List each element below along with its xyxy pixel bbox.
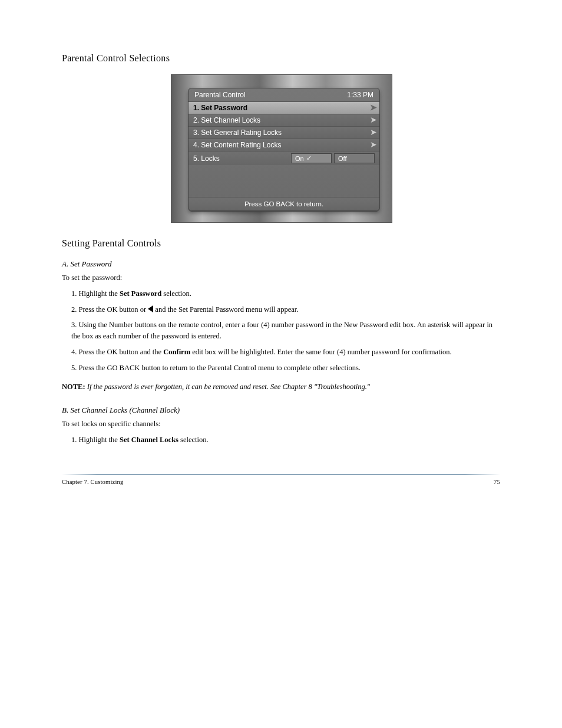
osd-item-num: 4. [193,141,199,149]
chevron-right-icon: ➤ [370,127,377,137]
osd-item-label: Set Password [201,104,247,112]
step-a-heading: A. Set Password [62,259,500,269]
osd-panel: Parental Control 1:33 PM 1. Set Password… [188,88,380,212]
step-b-heading: B. Set Channel Locks (Channel Block) [62,406,500,415]
note-body: If the password is ever forgotten, it ca… [85,383,370,391]
step-b-lead: To set locks on specific channels: [62,419,500,430]
osd-item-label: Locks [201,154,219,163]
tv-screenshot: Parental Control 1:33 PM 1. Set Password… [171,74,392,223]
toggle-on-label: On [295,155,304,162]
footer-rule [62,474,500,475]
section-heading-parental-control-selections: Parental Control Selections [62,53,500,64]
toggle-on[interactable]: On ✓ [291,153,332,163]
osd-item-locks-toggle[interactable]: 5. Locks On ✓ Off [189,151,379,165]
footer-page-number: 75 [494,479,500,485]
chevron-right-icon: ➤ [370,140,377,149]
step-b-1: 1. Highlight the Set Channel Locks selec… [62,434,500,446]
osd-item-num: 1. [193,104,199,112]
osd-footer-hint: Press GO BACK to return. [189,197,379,211]
step-a-1: 1. Highlight the Set Password selection. [62,288,500,299]
step-a-lead: To set the password: [62,272,500,284]
osd-item-num: 5. [193,154,199,163]
osd-item-label: Set Channel Locks [201,116,260,124]
osd-item-set-password[interactable]: 1. Set Password ➤ [189,102,379,114]
osd-item-num: 3. [193,129,199,137]
step-a-2: 2. Press the OK button or and the Set Pa… [62,304,500,315]
osd-item-label: Set Content Rating Locks [201,141,281,149]
chevron-right-icon: ➤ [370,103,377,112]
check-icon: ✓ [306,154,312,162]
note-block: NOTE: If the password is ever forgotten,… [62,381,500,393]
chevron-right-icon: ➤ [370,115,377,124]
step-a-5: 5. Press the GO BACK button to return to… [62,363,500,374]
osd-item-set-channel-locks[interactable]: 2. Set Channel Locks ➤ [189,114,379,127]
toggle-off[interactable]: Off [334,153,375,163]
osd-item-set-content-rating-locks[interactable]: 4. Set Content Rating Locks ➤ [189,139,379,151]
osd-clock: 1:33 PM [347,91,373,99]
footer-chapter: Chapter 7. Customizing [62,479,123,485]
note-label: NOTE: [62,383,85,391]
heading-setting-parental-controls: Setting Parental Controls [62,238,500,249]
osd-item-num: 2. [193,116,199,124]
toggle-off-label: Off [338,155,346,162]
osd-title: Parental Control [194,91,246,99]
figure-parental-control-osd: Parental Control 1:33 PM 1. Set Password… [171,74,391,223]
step-a-4: 4. Press the OK button and the Confirm e… [62,347,500,358]
step-a-3: 3. Using the Number buttons on the remot… [62,319,500,342]
osd-item-label: Set General Rating Locks [201,129,282,137]
arrow-left-icon [148,305,153,312]
osd-menu-list: 1. Set Password ➤ 2. Set Channel Locks ➤… [189,102,379,165]
osd-item-set-general-rating-locks[interactable]: 3. Set General Rating Locks ➤ [189,127,379,139]
